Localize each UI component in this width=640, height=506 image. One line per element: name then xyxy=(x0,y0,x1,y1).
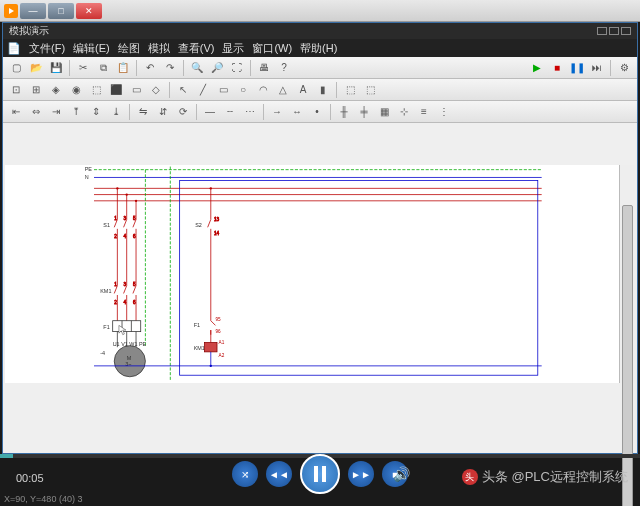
menubar[interactable]: 📄 文件(F) 编辑(E) 绘图 模拟 查看(V) 显示 窗口(W) 帮助(H) xyxy=(3,39,637,57)
comp-4-icon[interactable]: ◉ xyxy=(67,81,85,99)
align-t-icon[interactable]: ⤒ xyxy=(67,103,85,121)
comp-8-icon[interactable]: ◇ xyxy=(147,81,165,99)
zoom-out-icon[interactable]: 🔎 xyxy=(208,59,226,77)
paste-icon[interactable]: 📋 xyxy=(114,59,132,77)
schematic-canvas[interactable]: PE N S1 1 3 xyxy=(5,165,619,383)
svg-text:96: 96 xyxy=(215,329,221,334)
menu-window[interactable]: 窗口(W) xyxy=(252,41,292,56)
new-icon[interactable]: ▢ xyxy=(7,59,25,77)
dist-h-icon[interactable]: ╫ xyxy=(335,103,353,121)
flip-h-icon[interactable]: ⇋ xyxy=(134,103,152,121)
align-b-icon[interactable]: ⤓ xyxy=(107,103,125,121)
cut-icon[interactable]: ✂ xyxy=(74,59,92,77)
toolbar-2: ⊡ ⊞ ◈ ◉ ⬚ ⬛ ▭ ◇ ↖ ╱ ▭ ○ ◠ △ A ▮ ⬚ ⬚ xyxy=(3,79,637,101)
poly-icon[interactable]: △ xyxy=(274,81,292,99)
align-l-icon[interactable]: ⇤ xyxy=(7,103,25,121)
help-icon[interactable]: ? xyxy=(275,59,293,77)
scrollbar-vertical[interactable] xyxy=(619,165,635,383)
run-icon[interactable]: ▶ xyxy=(528,59,546,77)
menu-simulate[interactable]: 模拟 xyxy=(148,41,170,56)
toolbar-3: ⇤ ⇔ ⇥ ⤒ ⇕ ⤓ ⇋ ⇵ ⟳ — ╌ ⋯ → ↔ • ╫ ╪ ▦ ⊹ ≡ … xyxy=(3,101,637,123)
node-icon[interactable]: • xyxy=(308,103,326,121)
inner-min-icon[interactable] xyxy=(597,27,607,35)
save-icon[interactable]: 💾 xyxy=(47,59,65,77)
arrow-2-icon[interactable]: ↔ xyxy=(288,103,306,121)
flip-v-icon[interactable]: ⇵ xyxy=(154,103,172,121)
arc-icon[interactable]: ◠ xyxy=(254,81,272,99)
svg-point-39 xyxy=(210,187,212,189)
svg-rect-46 xyxy=(205,343,217,352)
play-pause-button[interactable] xyxy=(300,454,340,494)
toolbar-1: ▢ 📂 💾 ✂ ⧉ 📋 ↶ ↷ 🔍 🔎 ⛶ 🖶 ? ▶ ■ ❚❚ ⏭ ⚙ xyxy=(3,57,637,79)
sim-settings-icon[interactable]: ⚙ xyxy=(615,59,633,77)
dash-3-icon[interactable]: ⋯ xyxy=(241,103,259,121)
grid-icon[interactable]: ▦ xyxy=(375,103,393,121)
player-titlebar[interactable]: — □ ✕ xyxy=(0,0,640,22)
text-icon[interactable]: A xyxy=(294,81,312,99)
align-m-icon[interactable]: ⇕ xyxy=(87,103,105,121)
group-icon[interactable]: ⬚ xyxy=(341,81,359,99)
print-icon[interactable]: 🖶 xyxy=(255,59,273,77)
circle-icon[interactable]: ○ xyxy=(234,81,252,99)
open-icon[interactable]: 📂 xyxy=(27,59,45,77)
menu-draw[interactable]: 绘图 xyxy=(118,41,140,56)
app-inner-titlebar[interactable]: 模拟演示 xyxy=(3,23,637,39)
more-icon[interactable]: ⋮ xyxy=(435,103,453,121)
prev-button[interactable]: ◄◄ xyxy=(266,461,292,487)
snap-icon[interactable]: ⊹ xyxy=(395,103,413,121)
zoom-in-icon[interactable]: 🔍 xyxy=(188,59,206,77)
menu-display[interactable]: 显示 xyxy=(222,41,244,56)
inner-max-icon[interactable] xyxy=(609,27,619,35)
svg-text:95: 95 xyxy=(215,317,221,322)
menu-edit[interactable]: 编辑(E) xyxy=(73,41,110,56)
dist-v-icon[interactable]: ╪ xyxy=(355,103,373,121)
stop-icon[interactable]: ■ xyxy=(548,59,566,77)
arrow-1-icon[interactable]: → xyxy=(268,103,286,121)
player-logo-icon xyxy=(4,4,18,18)
watermark-logo-icon: 头 xyxy=(462,469,478,485)
label-f1-right: F1 xyxy=(194,322,200,328)
pause-icon[interactable]: ❚❚ xyxy=(568,59,586,77)
menu-help[interactable]: 帮助(H) xyxy=(300,41,337,56)
svg-text:5: 5 xyxy=(133,216,136,221)
comp-3-icon[interactable]: ◈ xyxy=(47,81,65,99)
comp-6-icon[interactable]: ⬛ xyxy=(107,81,125,99)
zoom-fit-icon[interactable]: ⛶ xyxy=(228,59,246,77)
menu-view[interactable]: 查看(V) xyxy=(178,41,215,56)
svg-text:4: 4 xyxy=(124,300,127,305)
comp-7-icon[interactable]: ▭ xyxy=(127,81,145,99)
menu-file[interactable]: 文件(F) xyxy=(29,41,65,56)
label-m: M xyxy=(127,355,132,361)
comp-1-icon[interactable]: ⊡ xyxy=(7,81,25,99)
copy-icon[interactable]: ⧉ xyxy=(94,59,112,77)
align-r-icon[interactable]: ⇥ xyxy=(47,103,65,121)
label-pe: PE xyxy=(85,166,93,172)
player-max-button[interactable]: □ xyxy=(48,3,74,19)
fill-icon[interactable]: ▮ xyxy=(314,81,332,99)
comp-5-icon[interactable]: ⬚ xyxy=(87,81,105,99)
pointer-icon[interactable]: ↖ xyxy=(174,81,192,99)
layer-icon[interactable]: ≡ xyxy=(415,103,433,121)
redo-icon[interactable]: ↷ xyxy=(161,59,179,77)
inner-close-icon[interactable] xyxy=(621,27,631,35)
label-s1: S1 xyxy=(103,222,110,228)
step-icon[interactable]: ⏭ xyxy=(588,59,606,77)
player-min-button[interactable]: — xyxy=(20,3,46,19)
dash-1-icon[interactable]: — xyxy=(201,103,219,121)
menu-file-icon: 📄 xyxy=(7,42,21,55)
rect-icon[interactable]: ▭ xyxy=(214,81,232,99)
shuffle-button[interactable]: ⤨ xyxy=(232,461,258,487)
svg-text:4: 4 xyxy=(124,234,127,239)
next-button[interactable]: ►► xyxy=(348,461,374,487)
rotate-icon[interactable]: ⟳ xyxy=(174,103,192,121)
svg-text:5: 5 xyxy=(133,282,136,287)
volume-icon[interactable]: 🔊 xyxy=(393,466,410,482)
undo-icon[interactable]: ↶ xyxy=(141,59,159,77)
label-km1-bot: KM1 xyxy=(194,345,205,351)
align-c-icon[interactable]: ⇔ xyxy=(27,103,45,121)
dash-2-icon[interactable]: ╌ xyxy=(221,103,239,121)
ungroup-icon[interactable]: ⬚ xyxy=(361,81,379,99)
line-icon[interactable]: ╱ xyxy=(194,81,212,99)
comp-2-icon[interactable]: ⊞ xyxy=(27,81,45,99)
player-close-button[interactable]: ✕ xyxy=(76,3,102,19)
